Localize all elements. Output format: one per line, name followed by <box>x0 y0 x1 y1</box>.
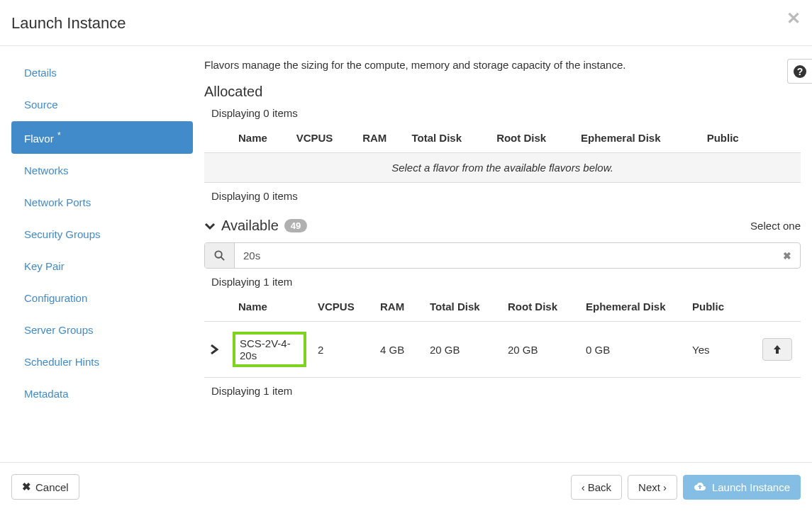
sidebar-item-label: Server Groups <box>24 324 94 336</box>
column-public[interactable]: Public <box>701 123 761 153</box>
sidebar-item-security-groups[interactable]: Security Groups <box>11 219 193 249</box>
launch-label: Launch Instance <box>712 481 790 493</box>
column-name[interactable]: Name <box>227 123 291 153</box>
column-vcpus[interactable]: VCPUS <box>291 123 357 153</box>
sidebar-item-label: Network Ports <box>24 196 91 208</box>
allocated-count-top: Displaying 0 items <box>211 107 801 119</box>
select-one-label: Select one <box>750 220 801 232</box>
column-total-disk[interactable]: Total Disk <box>406 123 491 153</box>
column-ephemeral-disk[interactable]: Ephemeral Disk <box>580 292 686 322</box>
cancel-label: Cancel <box>35 481 69 493</box>
flavor-ram: 4 GB <box>374 322 424 378</box>
sidebar-item-metadata[interactable]: Metadata <box>11 378 193 409</box>
page-title: Launch Instance <box>11 14 801 33</box>
allocate-button[interactable] <box>762 338 792 361</box>
sidebar-item-key-pair[interactable]: Key Pair <box>11 251 193 281</box>
column-total-disk[interactable]: Total Disk <box>424 292 502 322</box>
cancel-button[interactable]: ✖Cancel <box>11 474 79 500</box>
help-icon[interactable]: ? <box>787 59 812 84</box>
sidebar-item-scheduler-hints[interactable]: Scheduler Hints <box>11 347 193 377</box>
allocated-count-bottom: Displaying 0 items <box>211 190 801 202</box>
chevron-down-icon <box>204 220 216 232</box>
sidebar-item-flavor[interactable]: Flavor * <box>11 121 193 154</box>
sidebar-item-server-groups[interactable]: Server Groups <box>11 315 193 345</box>
svg-text:?: ? <box>797 66 803 77</box>
column-ephemeral-disk[interactable]: Ephemeral Disk <box>575 123 701 153</box>
flavor-total-disk: 20 GB <box>424 322 502 378</box>
sidebar-item-label: Configuration <box>24 292 87 304</box>
allocated-empty-text: Select a flavor from the available flavo… <box>204 153 801 183</box>
column-public[interactable]: Public <box>686 292 757 322</box>
chevron-right-icon[interactable] <box>210 344 221 354</box>
available-count-top: Displaying 1 item <box>211 276 801 288</box>
available-count-badge: 49 <box>284 219 307 232</box>
search-icon <box>205 243 235 268</box>
column-name[interactable]: Name <box>227 292 312 322</box>
flavor-root-disk: 20 GB <box>502 322 580 378</box>
allocated-empty-row: Select a flavor from the available flavo… <box>204 153 801 183</box>
available-header[interactable]: Available 49 <box>204 218 307 234</box>
clear-search-icon[interactable]: ✖ <box>774 243 800 268</box>
sidebar-item-label: Networks <box>24 164 69 176</box>
search-input[interactable] <box>235 243 774 268</box>
column-vcpus[interactable]: VCPUS <box>312 292 374 322</box>
column-expand <box>204 123 227 153</box>
sidebar-item-label: Security Groups <box>24 228 101 240</box>
description-text: Flavors manage the sizing for the comput… <box>204 59 801 71</box>
sidebar-item-configuration[interactable]: Configuration <box>11 283 193 313</box>
back-label: Back <box>588 481 611 493</box>
chevron-right-icon: › <box>663 481 667 493</box>
sidebar-item-label: Scheduler Hints <box>24 356 99 368</box>
allocated-title: Allocated <box>204 84 801 100</box>
close-icon[interactable]: ✕ <box>786 10 801 27</box>
column-ram[interactable]: RAM <box>357 123 406 153</box>
column-action <box>757 292 801 322</box>
flavor-name: SCS-2V-4-20s <box>240 337 291 361</box>
next-label: Next <box>638 481 660 493</box>
required-indicator: * <box>55 130 61 140</box>
sidebar-item-label: Flavor <box>24 133 54 145</box>
sidebar-item-label: Source <box>24 99 58 111</box>
column-ram[interactable]: RAM <box>374 292 424 322</box>
back-button[interactable]: ‹Back <box>571 475 622 500</box>
flavor-name-highlighted: SCS-2V-4-20s <box>233 332 306 367</box>
sidebar-item-networks[interactable]: Networks <box>11 155 193 186</box>
modal-footer: ✖Cancel ‹Back Next› Launch Instance <box>0 462 812 511</box>
sidebar-item-label: Details <box>24 67 57 79</box>
modal-header: Launch Instance ✕ <box>0 0 812 46</box>
sidebar-item-label: Key Pair <box>24 260 65 272</box>
column-root-disk[interactable]: Root Disk <box>502 292 580 322</box>
flavor-vcpus: 2 <box>312 322 374 378</box>
column-action <box>761 123 801 153</box>
allocated-table: Name VCPUS RAM Total Disk Root Disk Ephe… <box>204 123 801 183</box>
column-expand <box>204 292 227 322</box>
sidebar-item-network-ports[interactable]: Network Ports <box>11 187 193 218</box>
available-table: Name VCPUS RAM Total Disk Root Disk Ephe… <box>204 292 801 378</box>
available-title: Available <box>221 218 279 234</box>
next-button[interactable]: Next› <box>628 475 677 500</box>
flavor-public: Yes <box>686 322 757 378</box>
launch-instance-button[interactable]: Launch Instance <box>683 475 801 500</box>
search-bar: ✖ <box>204 242 801 269</box>
cloud-upload-icon <box>694 482 706 492</box>
x-icon: ✖ <box>22 481 31 493</box>
chevron-left-icon: ‹ <box>582 481 585 493</box>
sidebar-item-details[interactable]: Details <box>11 57 193 88</box>
flavor-ephemeral-disk: 0 GB <box>580 322 686 378</box>
sidebar-item-source[interactable]: Source <box>11 89 193 120</box>
available-count-bottom: Displaying 1 item <box>211 385 801 397</box>
sidebar: Details Source Flavor * Networks Network… <box>0 46 204 462</box>
svg-line-3 <box>221 257 224 260</box>
content: Flavors manage the sizing for the comput… <box>204 46 812 462</box>
sidebar-item-label: Metadata <box>24 388 69 400</box>
column-root-disk[interactable]: Root Disk <box>491 123 575 153</box>
table-row: SCS-2V-4-20s 2 4 GB 20 GB 20 GB 0 GB Yes <box>204 322 801 378</box>
